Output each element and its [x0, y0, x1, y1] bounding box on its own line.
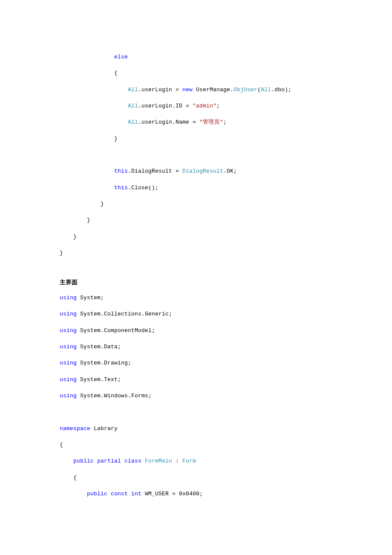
brace: { — [60, 442, 63, 448]
section-heading: 主界面 — [60, 278, 332, 287]
type-formmain: FormMain — [145, 458, 172, 464]
code-text: System.Text; — [77, 376, 121, 383]
code-text: UserManage. — [193, 87, 233, 93]
type-dialogresult: DialogResult — [182, 168, 223, 174]
keyword-using: using — [60, 327, 77, 334]
code-line: namespace Labrary — [60, 421, 332, 437]
code-text: .userLogin.Name = — [138, 119, 199, 125]
code-line: this.Close(); — [60, 180, 332, 196]
code-text: System.Data; — [77, 344, 121, 350]
code-line: using System.Text; — [60, 372, 332, 388]
string-admin: "admin" — [193, 103, 216, 109]
code-text: .DialogResult = — [128, 168, 182, 174]
code-line: } — [60, 245, 332, 261]
brace: } — [114, 136, 118, 142]
code-line: All.userLogin = new UserManage.ObjUser(A… — [60, 82, 332, 98]
keyword-using: using — [60, 311, 77, 317]
code-line: { — [60, 437, 332, 453]
keyword-this: this — [114, 168, 128, 174]
string-manager: "管理员" — [199, 119, 223, 125]
type-all: All — [128, 119, 138, 125]
keyword-const-decl: public const int — [87, 491, 141, 497]
type-all: All — [128, 103, 138, 109]
code-line: public const int WM_USER = 0x0400; — [60, 486, 332, 502]
code-line: this.DialogResult = DialogResult.OK; — [60, 163, 332, 179]
type-all: All — [128, 87, 138, 93]
type-all: All — [261, 87, 271, 93]
keyword-this: this — [114, 185, 128, 191]
code-text: Labrary — [90, 425, 118, 432]
code-line: { — [60, 65, 332, 81]
keyword-class-decl: public partial class — [73, 458, 141, 464]
code-text: : — [172, 458, 182, 464]
code-text: ; — [216, 103, 220, 109]
brace: { — [114, 70, 118, 76]
keyword-using: using — [60, 393, 77, 399]
code-text: System.Drawing; — [77, 360, 131, 366]
document-page: else { All.userLogin = new UserManage.Ob… — [0, 0, 392, 555]
code-text: System.Collections.Generic; — [77, 311, 172, 317]
brace: { — [73, 474, 77, 481]
keyword-new: new — [182, 87, 193, 93]
blank-line — [60, 404, 332, 420]
keyword-using: using — [60, 295, 77, 301]
code-line: using System; — [60, 290, 332, 306]
code-line: { — [60, 470, 332, 486]
code-line: using System.ComponentModel; — [60, 323, 332, 339]
keyword-using: using — [60, 344, 77, 350]
code-text: .Close(); — [128, 185, 159, 191]
code-line: public partial class FormMain : Form — [60, 453, 332, 469]
code-text: ; — [223, 119, 227, 125]
code-line: } — [60, 212, 332, 228]
type-form: Form — [182, 458, 196, 464]
brace: } — [87, 217, 90, 223]
code-text: System.Windows.Forms; — [77, 393, 152, 399]
brace: } — [60, 250, 63, 256]
code-text: .userLogin.ID = — [138, 103, 193, 109]
code-line: } — [60, 196, 332, 212]
code-text: .OK; — [223, 168, 237, 174]
brace: } — [73, 234, 77, 240]
code-line: All.userLogin.ID = "admin"; — [60, 98, 332, 114]
code-text: ( — [257, 87, 261, 93]
code-text: System; — [77, 295, 104, 301]
code-text: .dbo); — [271, 87, 291, 93]
code-line: All.userLogin.Name = "管理员"; — [60, 114, 332, 130]
code-line: else — [60, 49, 332, 65]
code-line: } — [60, 229, 332, 245]
code-line: using System.Windows.Forms; — [60, 388, 332, 404]
code-line: using System.Data; — [60, 339, 332, 355]
type-objuser: ObjUser — [233, 87, 257, 93]
code-line: using System.Drawing; — [60, 355, 332, 371]
code-text: System.ComponentModel; — [77, 327, 155, 334]
keyword-using: using — [60, 376, 77, 383]
blank-line — [60, 147, 332, 163]
keyword-else: else — [114, 54, 128, 60]
keyword-using: using — [60, 360, 77, 366]
code-line: } — [60, 131, 332, 147]
brace: } — [101, 201, 104, 207]
code-text: .userLogin = — [138, 87, 182, 93]
code-text: WM_USER = 0x0400; — [141, 491, 203, 497]
keyword-namespace: namespace — [60, 425, 90, 432]
code-line: using System.Collections.Generic; — [60, 306, 332, 322]
